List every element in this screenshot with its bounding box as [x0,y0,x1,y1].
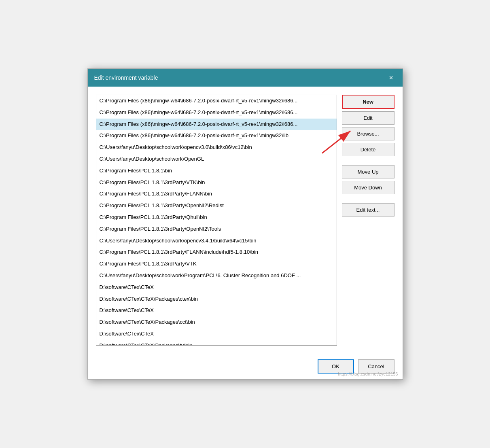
list-item[interactable]: C:\Program Files (x86)\mingw-w64\i686-7.… [96,119,337,130]
list-item[interactable]: C:\Program Files\PCL 1.8.1\3rdParty\Qhul… [96,212,337,223]
list-item[interactable]: C:\Program Files (x86)\mingw-w64\i686-7.… [96,130,337,142]
list-item[interactable]: C:\Users\fanyu\Desktop\schoolwork\Progra… [96,270,337,282]
edit-button[interactable]: Edit [342,111,395,125]
list-item[interactable]: C:\Program Files\PCL 1.8.1\3rdParty\Open… [96,200,337,212]
list-item[interactable]: C:\Program Files\PCL 1.8.1\3rdParty\FLAN… [96,246,337,258]
env-list[interactable]: C:\Program Files (x86)\mingw-w64\i686-7.… [96,95,337,346]
dialog-body: C:\Program Files (x86)\mingw-w64\i686-7.… [88,87,403,354]
spacer2 [342,197,395,201]
list-item[interactable]: C:\Program Files\PCL 1.8.1\3rdParty\VTK\… [96,177,337,189]
title-bar: Edit environment variable × [88,69,403,87]
browse-button[interactable]: Browse... [342,127,395,140]
edit-text-button[interactable]: Edit text... [342,203,395,217]
list-item[interactable]: C:\Program Files\PCL 1.8.1\3rdParty\FLAN… [96,188,337,200]
list-item[interactable]: C:\Users\fanyu\Desktop\schoolwork\OpenGL [96,153,337,165]
list-item[interactable]: C:\Program Files\PCL 1.8.1\bin [96,165,337,177]
buttons-panel: New Edit Browse... Delete Move Up Move D… [342,95,395,346]
list-item[interactable]: C:\Program Files\PCL 1.8.1\3rdParty\Open… [96,223,337,235]
edit-env-dialog: Edit environment variable × C:\Program F… [87,68,403,380]
list-item[interactable]: C:\Program Files\PCL 1.8.1\3rdParty\VTK [96,258,337,270]
list-item[interactable]: D:\software\CTex\CTeX\Packages\ctex\bin [96,293,337,305]
watermark: https://blog.csdn.net/zyc12156 [338,372,398,376]
list-item[interactable]: D:\software\CTex\CTeX [96,305,337,316]
spacer1 [342,159,395,163]
list-item[interactable]: C:\Users\fanyu\Desktop\schoolwork\opencv… [96,235,337,247]
list-item[interactable]: C:\Users\fanyu\Desktop\schoolwork\opencv… [96,142,337,153]
list-item[interactable]: D:\software\CTex\CTeX\Packages\cct\bin [96,316,337,328]
list-item[interactable]: C:\Program Files (x86)\mingw-w64\i686-7.… [96,107,337,119]
list-item[interactable]: D:\software\CTex\CTeX [96,282,337,293]
new-button[interactable]: New [342,95,395,109]
move-up-button[interactable]: Move Up [342,165,395,178]
delete-button[interactable]: Delete [342,143,395,156]
close-button[interactable]: × [386,73,396,83]
list-item[interactable]: C:\Program Files (x86)\mingw-w64\i686-7.… [96,95,337,107]
dialog-wrapper: Edit environment variable × C:\Program F… [87,68,403,380]
list-item[interactable]: D:\software\CTex\CTeX [96,328,337,340]
move-down-button[interactable]: Move Down [342,181,395,194]
list-item[interactable]: D:\software\CTex\CTeX\Packages\ty\bin [96,340,337,346]
dialog-title: Edit environment variable [94,74,158,81]
